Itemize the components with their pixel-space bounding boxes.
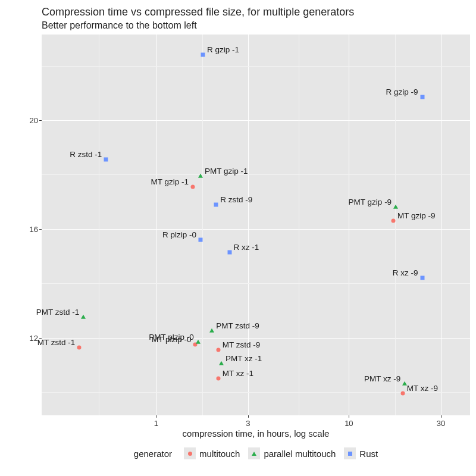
data-point [392,219,396,223]
legend-title: generator [134,449,172,459]
x-tick-label: 10 [345,419,353,428]
data-label: R plzip -0 [162,230,196,239]
data-label: MT gzip -1 [151,177,189,186]
data-label: R gzip -1 [207,45,239,54]
data-label: PMT gzip -9 [349,198,392,206]
x-axis-label: compression time, in hours, log scale [42,428,470,439]
chart-title: Compression time vs compressed file size… [42,6,354,18]
data-label: R zstd -9 [220,195,252,204]
legend-label: Rust [359,449,378,459]
data-point [214,202,218,206]
data-point [81,315,86,319]
data-point [393,205,398,209]
x-tick-label: 3 [246,419,250,428]
legend-item-parallel-multitouch: parallel multitouch [248,447,336,459]
data-label: PMT xz -9 [364,374,400,383]
data-label: PMT gzip -1 [205,167,248,176]
data-point [402,381,407,386]
data-label: PMT zstd -9 [216,321,259,330]
x-tick-label: 1 [154,419,158,428]
plot-area: MT zstd -1MT gzip -1MT plzip -0MT zstd -… [42,35,470,415]
legend-label: multitouch [199,449,240,459]
legend-item-rust: Rust [344,447,378,459]
data-label: MT gzip -9 [397,211,436,220]
data-point [201,53,205,57]
data-label: R gzip -9 [386,87,418,96]
legend-label: parallel multitouch [264,449,336,459]
data-point [104,158,108,162]
data-label: R zstd -1 [70,150,102,159]
data-label: MT zstd -1 [37,338,76,347]
y-tick-label: 16 [20,224,38,233]
chart-container: Compression time vs compressed file size… [0,0,476,476]
data-label: PMT zstd -1 [36,308,80,317]
data-point [400,392,405,396]
data-point [420,95,424,99]
square-icon [344,447,356,459]
data-point [216,377,220,381]
data-label: R xz -1 [234,243,259,252]
data-label: R xz -9 [393,268,418,277]
data-point [77,345,82,349]
data-point [219,361,224,365]
data-point [216,348,220,352]
data-point [196,339,201,343]
legend: generator multitouch parallel multitouch… [42,447,470,459]
data-point [198,238,202,242]
y-tick-label: 20 [20,116,38,125]
chart-subtitle: Better performance to the bottom left [42,20,197,31]
data-point [190,185,195,189]
y-tick-label: 12 [20,333,38,342]
x-tick-label: 30 [437,419,445,428]
data-label: PMT plzip -0 [149,333,194,342]
triangle-icon [248,447,260,459]
data-label: MT zstd -9 [223,340,261,349]
data-point [420,276,424,280]
data-point [227,250,231,254]
data-point [209,328,214,333]
data-label: PMT xz -1 [226,354,262,363]
data-label: MT xz -9 [407,384,438,393]
circle-icon [184,447,196,459]
data-label: MT xz -1 [223,369,253,378]
legend-item-multitouch: multitouch [184,447,240,459]
data-point [198,174,203,178]
